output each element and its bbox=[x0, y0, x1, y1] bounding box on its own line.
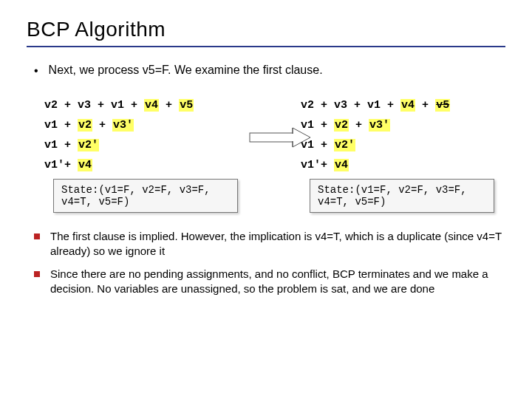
right-clause-3: v1 + v2' bbox=[301, 139, 505, 151]
hl-v4r: v4 bbox=[400, 99, 415, 112]
right-column: v2 + v3 + v1 + v4 + v5 v1 + v2 + v3' v1 … bbox=[301, 99, 505, 213]
svg-marker-1 bbox=[293, 128, 310, 147]
hl-v2pr: v2' bbox=[334, 139, 355, 151]
right-clause-4: v1'+ v4 bbox=[301, 159, 505, 171]
right-clause-1: v2 + v3 + v1 + v4 + v5 bbox=[301, 99, 505, 112]
note-1: The first clause is implied. However, th… bbox=[27, 229, 505, 259]
left-clause-4: v1'+ v4 bbox=[44, 159, 249, 171]
left-clause-3: v1 + v2' bbox=[44, 139, 249, 151]
hl-v3pr: v3' bbox=[369, 119, 390, 132]
hl-v4: v4 bbox=[144, 99, 159, 112]
note-2-text: Since there are no pending assignments, … bbox=[50, 267, 505, 297]
disc-bullet-icon: • bbox=[34, 64, 38, 78]
right-clause-2: v1 + v2 + v3' bbox=[301, 119, 505, 132]
left-clause-1: v2 + v3 + v1 + v4 + v5 bbox=[44, 99, 249, 112]
hl-v2: v2 bbox=[78, 119, 92, 132]
square-bullet-icon bbox=[34, 271, 40, 277]
hl-v2r: v2 bbox=[334, 119, 349, 132]
square-bullet-icon bbox=[34, 233, 40, 239]
svg-rect-4 bbox=[291, 134, 294, 141]
left-state-box: State:(v1=F, v2=F, v3=F, v4=T, v5=F) bbox=[53, 179, 238, 213]
hl-v4br: v4 bbox=[334, 159, 349, 171]
note-2: Since there are no pending assignments, … bbox=[27, 267, 505, 297]
hl-v3p: v3' bbox=[112, 119, 134, 132]
clause-columns: v2 + v3 + v1 + v4 + v5 v1 + v2 + v3' v1 … bbox=[27, 99, 505, 213]
title-divider bbox=[27, 46, 505, 47]
hl-v2p: v2' bbox=[78, 139, 99, 151]
slide-title: BCP Algorithm bbox=[27, 18, 505, 41]
hl-v5: v5 bbox=[179, 99, 194, 112]
xd-v5r: v5 bbox=[435, 99, 450, 112]
right-state-box: State:(v1=F, v2=F, v3=F, v4=T, v5=F) bbox=[310, 179, 494, 213]
intro-text: Next, we process v5=F. We examine the fi… bbox=[49, 64, 323, 77]
hl-v4b: v4 bbox=[78, 159, 92, 171]
note-1-text: The first clause is implied. However, th… bbox=[50, 229, 505, 259]
arrow-icon bbox=[248, 124, 312, 151]
left-clause-2: v1 + v2 + v3' bbox=[44, 119, 249, 132]
svg-rect-0 bbox=[250, 133, 293, 142]
left-column: v2 + v3 + v1 + v4 + v5 v1 + v2 + v3' v1 … bbox=[44, 99, 249, 213]
intro-bullet: • Next, we process v5=F. We examine the … bbox=[27, 64, 505, 78]
